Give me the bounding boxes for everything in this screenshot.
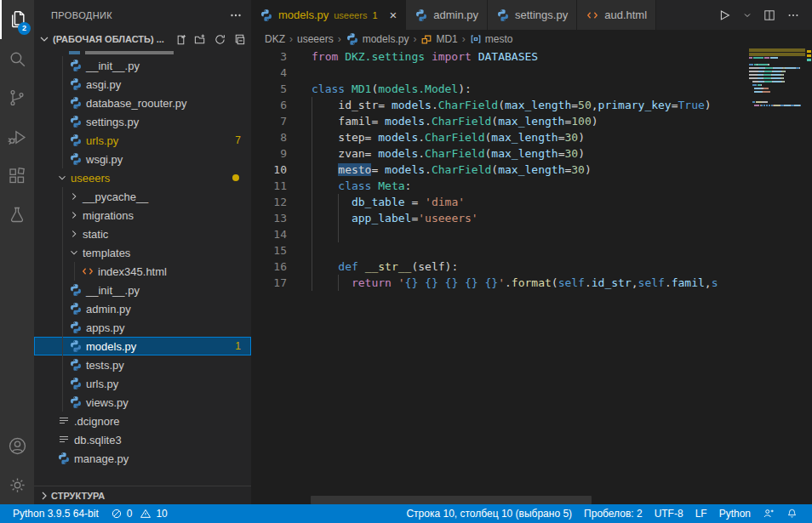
line-number[interactable]: 9 — [251, 145, 287, 162]
status-feedback[interactable] — [757, 508, 781, 520]
line-number[interactable]: 11 — [251, 178, 287, 194]
collapse-folders-button[interactable] — [233, 33, 246, 46]
problems-item[interactable]: 0 10 — [105, 508, 174, 520]
line-number[interactable]: 14 — [251, 226, 287, 242]
run-dropdown-button[interactable] — [742, 10, 752, 20]
minimap[interactable] — [749, 48, 805, 108]
tree-item-urls-py[interactable]: urls.py — [34, 374, 251, 393]
tree-item-templates[interactable]: templates — [34, 243, 251, 262]
line-number[interactable]: 15 — [251, 242, 287, 259]
line-content[interactable]: def __str__(self): — [312, 259, 744, 275]
tree-item-migrations[interactable]: migrations — [34, 206, 251, 225]
line-content[interactable]: return '{} {} {} {} {}'.format(self.id_s… — [312, 275, 744, 291]
tree-item-tests-py[interactable]: tests.py — [34, 355, 251, 374]
html-file-icon — [80, 264, 95, 278]
line-number[interactable]: 17 — [251, 275, 287, 291]
activity-explorer-button[interactable]: 2 — [0, 0, 34, 39]
status-encoding[interactable]: UTF-8 — [649, 508, 689, 520]
line-content[interactable]: famil= models.CharField(max_length=100) — [312, 113, 744, 129]
line-content[interactable]: step= models.CharField(max_length=30) — [312, 129, 744, 145]
new-folder-button[interactable] — [194, 33, 207, 46]
tree-item-manage-py[interactable]: manage.py — [34, 449, 251, 468]
activity-search-button[interactable] — [0, 39, 34, 78]
refresh-explorer-button[interactable] — [214, 33, 226, 46]
python-version-item[interactable]: Python 3.9.5 64-bit — [7, 508, 105, 520]
tree-item-apps-py[interactable]: apps.py — [34, 318, 251, 337]
tree-item-urls-py[interactable]: urls.py7 — [34, 131, 251, 150]
line-content[interactable]: class Meta: — [312, 178, 744, 194]
activity-source-control-button[interactable] — [0, 78, 34, 117]
line-number[interactable]: 3 — [251, 48, 287, 65]
tree-item-models-py[interactable]: models.py1 — [34, 337, 251, 355]
breadcrumb-item-mesto[interactable]: mesto — [470, 33, 513, 45]
tree-item-init-py[interactable]: __init__.py — [34, 281, 251, 299]
indent-guide — [338, 210, 339, 226]
activity-settings-button[interactable] — [0, 465, 34, 504]
status-eol[interactable]: LF — [689, 508, 713, 520]
activity-account-button[interactable] — [0, 426, 34, 465]
tree-item-init-py[interactable]: __init__.py — [34, 56, 251, 75]
breadcrumb-item-dkz[interactable]: DKZ — [265, 33, 285, 45]
tree-item-views-py[interactable]: views.py — [34, 393, 251, 412]
workspace-section-header[interactable]: (РАБОЧАЯ ОБЛАСТЬ) ... — [34, 30, 251, 48]
tree-item-settings-py[interactable]: settings.py — [34, 112, 251, 131]
new-file-button[interactable] — [174, 33, 187, 46]
tab-settings-py[interactable]: settings.py — [488, 0, 577, 30]
line-number[interactable]: 12 — [251, 194, 287, 210]
line-content[interactable]: app_label='useeers' — [312, 210, 744, 226]
breadcrumb-item-models-py[interactable]: models.py — [346, 32, 409, 46]
activity-testing-button[interactable] — [0, 196, 34, 235]
line-content[interactable] — [312, 226, 744, 242]
tree-item-static[interactable]: static — [34, 225, 251, 243]
line-content[interactable] — [312, 242, 744, 259]
more-actions-button[interactable] — [786, 9, 800, 22]
line-number[interactable]: 16 — [251, 259, 287, 275]
line-content[interactable]: from DKZ.settings import DATABASES — [312, 48, 744, 65]
tree-item-admin-py[interactable]: admin.py — [34, 299, 251, 318]
tab-admin-py[interactable]: admin.py — [406, 0, 488, 30]
split-editor-button[interactable] — [763, 9, 776, 22]
breadcrumb-item-useeers[interactable]: useeers — [297, 33, 334, 45]
tree-item-pycache[interactable]: __pycache__ — [34, 187, 251, 206]
line-number[interactable]: 6 — [251, 97, 287, 113]
breadcrumb-label: DKZ — [265, 33, 285, 45]
status-indentation[interactable]: Пробелов: 2 — [578, 508, 649, 520]
tree-item-asgi-py[interactable]: asgi.py — [34, 75, 251, 94]
code-editor[interactable]: 3from DKZ.settings import DATABASES45cla… — [251, 48, 812, 504]
line-number[interactable]: 8 — [251, 129, 287, 145]
activity-extensions-button[interactable] — [0, 156, 34, 196]
line-number[interactable]: 5 — [251, 81, 287, 97]
breadcrumb-label: mesto — [485, 33, 513, 45]
line-content[interactable]: mesto= models.CharField(max_length=30) — [312, 162, 744, 178]
line-number[interactable]: 13 — [251, 210, 287, 226]
line-content[interactable]: id_str= models.CharField(max_length=50,p… — [312, 97, 744, 113]
tree-item-database-roouter-py[interactable]: database_roouter.py — [34, 94, 251, 112]
run-debug-icon — [7, 127, 28, 148]
outline-section-header[interactable]: СТРУКТУРА — [34, 486, 251, 504]
py-file-icon — [415, 9, 428, 22]
line-content[interactable]: class MD1(models.Model): — [312, 81, 744, 97]
line-content[interactable]: db_table = 'dima' — [312, 194, 744, 210]
tree-item-useeers[interactable]: useeers — [34, 168, 251, 187]
horizontal-scrollbar[interactable] — [311, 496, 592, 504]
tree-item-index345-html[interactable]: index345.html — [34, 262, 251, 281]
tab-aud-html[interactable]: aud.html — [577, 0, 656, 30]
tree-item-dcignore[interactable]: .dcignore — [34, 412, 251, 430]
status-notifications[interactable] — [781, 508, 803, 520]
line-number[interactable]: 10 — [251, 162, 287, 178]
activity-run-debug-button[interactable] — [0, 117, 34, 156]
close-icon[interactable]: × — [390, 9, 397, 21]
line-content[interactable] — [312, 65, 744, 81]
line-number[interactable]: 7 — [251, 113, 287, 129]
status-cursor-position[interactable]: Строка 10, столбец 10 (выбрано 5) — [400, 508, 578, 520]
line-number[interactable]: 4 — [251, 65, 287, 81]
explorer-more-actions-button[interactable] — [229, 9, 243, 22]
tree-item-wsgi-py[interactable]: wsgi.py — [34, 150, 251, 168]
tree-item-db-sqlite3[interactable]: db.sqlite3 — [34, 430, 251, 449]
tab-models-py[interactable]: models.pyuseeers1× — [251, 0, 406, 30]
chevron-down-icon — [68, 246, 80, 259]
line-content[interactable]: zvan= models.CharField(max_length=30) — [312, 145, 744, 162]
status-language-mode[interactable]: Python — [713, 508, 757, 520]
run-button[interactable] — [717, 8, 732, 23]
breadcrumb-item-md1[interactable]: MD1 — [420, 33, 457, 45]
